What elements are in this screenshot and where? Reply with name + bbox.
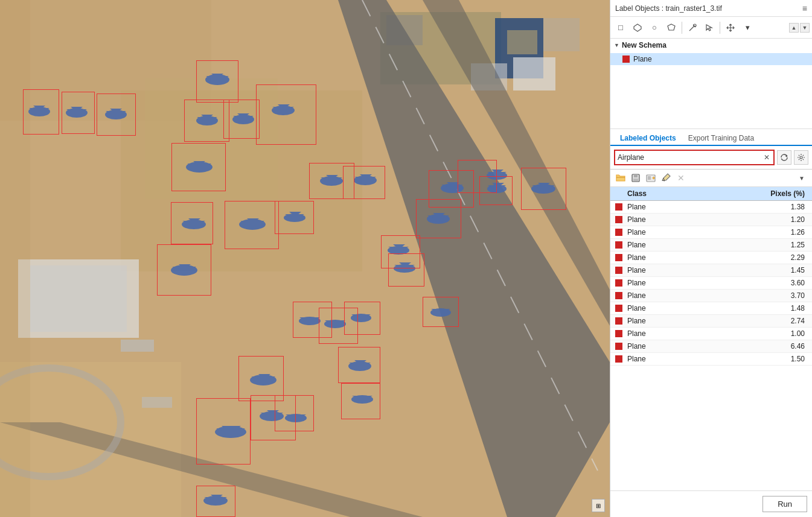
row-color-box bbox=[615, 355, 622, 363]
svg-rect-21 bbox=[0, 0, 30, 517]
table-row[interactable]: Plane 1.26 bbox=[610, 226, 812, 239]
polygon-tool-btn[interactable] bbox=[630, 20, 645, 36]
schema-title: New Schema bbox=[622, 41, 667, 49]
search-box-wrapper: ✕ bbox=[614, 150, 775, 165]
row-icon bbox=[615, 292, 627, 299]
map-area[interactable]: ⊞ bbox=[0, 0, 610, 517]
dropdown-tool-btn[interactable]: ▾ bbox=[740, 20, 755, 36]
magic-tool-btn[interactable] bbox=[685, 20, 700, 36]
row-class: Plane bbox=[627, 203, 762, 211]
edit-btn[interactable] bbox=[659, 171, 673, 185]
search-settings-btn[interactable] bbox=[794, 150, 808, 165]
svg-marker-125 bbox=[634, 24, 641, 31]
row-class: Plane bbox=[627, 304, 762, 312]
row-class: Plane bbox=[627, 291, 762, 300]
row-icon bbox=[615, 254, 627, 261]
schema-section: ▼ New Schema Plane bbox=[610, 39, 812, 129]
open-folder-btn[interactable] bbox=[614, 171, 627, 185]
run-area: Run bbox=[610, 490, 812, 517]
panel-title: Label Objects : train_raster1_3.tif bbox=[615, 4, 722, 13]
tab-row: Labeled Objects Export Training Data bbox=[610, 129, 812, 146]
table-row[interactable]: Plane 1.48 bbox=[610, 302, 812, 315]
schema-item-color-plane bbox=[622, 56, 630, 63]
circle-tool-btn[interactable]: ○ bbox=[647, 20, 662, 36]
row-color-box bbox=[615, 254, 622, 261]
panel-titlebar: Label Objects : train_raster1_3.tif ≡ bbox=[610, 0, 812, 17]
svg-marker-121 bbox=[223, 433, 238, 436]
table-header: Class Pixels (%) bbox=[610, 187, 812, 201]
right-panel: Label Objects : train_raster1_3.tif ≡ □ … bbox=[610, 0, 812, 517]
row-pixels: 3.70 bbox=[762, 291, 807, 300]
row-color-box bbox=[615, 343, 622, 350]
row-pixels: 1.38 bbox=[762, 203, 807, 211]
row-class: Plane bbox=[627, 253, 762, 262]
svg-rect-20 bbox=[145, 78, 278, 199]
row-icon bbox=[615, 216, 627, 223]
table-row[interactable]: Plane 2.29 bbox=[610, 252, 812, 264]
svg-marker-126 bbox=[668, 24, 675, 30]
row-color-box bbox=[615, 317, 622, 325]
table-row[interactable]: Plane 1.20 bbox=[610, 214, 812, 226]
svg-rect-8 bbox=[543, 18, 580, 51]
scroll-right-btn[interactable]: ▼ bbox=[795, 171, 808, 185]
scroll-up-btn[interactable]: ▲ bbox=[789, 23, 799, 33]
row-class: Plane bbox=[627, 241, 762, 249]
table-row[interactable]: Plane 1.38 bbox=[610, 201, 812, 214]
toolbar-separator-1 bbox=[682, 22, 682, 34]
table-col-class: Class bbox=[627, 189, 762, 198]
row-pixels: 2.74 bbox=[762, 317, 807, 325]
search-input[interactable] bbox=[618, 153, 762, 162]
schema-items: Plane bbox=[610, 52, 812, 66]
table-row[interactable]: Plane 2.74 bbox=[610, 315, 812, 328]
search-row: ✕ bbox=[610, 146, 812, 170]
search-clear-btn[interactable]: ✕ bbox=[762, 153, 771, 162]
action-toolbar: ✕ ▼ bbox=[610, 170, 812, 187]
rectangle-tool-btn[interactable]: □ bbox=[613, 20, 628, 36]
schema-header[interactable]: ▼ New Schema bbox=[610, 39, 812, 52]
row-color-box bbox=[615, 292, 622, 299]
panel-toolbar: □ ○ ▾ ▲ ▼ bbox=[610, 17, 812, 39]
export-btn[interactable] bbox=[644, 171, 657, 185]
tab-export-training[interactable]: Export Training Data bbox=[682, 132, 760, 146]
table-row[interactable]: Plane 1.45 bbox=[610, 264, 812, 277]
toolbar-separator-2 bbox=[720, 22, 720, 34]
row-class: Plane bbox=[627, 317, 762, 325]
svg-rect-9 bbox=[513, 57, 555, 90]
row-icon bbox=[615, 330, 627, 337]
delete-btn[interactable]: ✕ bbox=[674, 171, 688, 185]
row-icon bbox=[615, 343, 627, 350]
table-row[interactable]: Plane 1.50 bbox=[610, 353, 812, 366]
map-layout-icon[interactable]: ⊞ bbox=[592, 499, 605, 512]
row-pixels: 1.50 bbox=[762, 355, 807, 363]
schema-item-plane[interactable]: Plane bbox=[610, 53, 812, 65]
svg-marker-120 bbox=[222, 426, 241, 428]
table-row[interactable]: Plane 1.25 bbox=[610, 239, 812, 252]
tab-labeled-objects[interactable]: Labeled Objects bbox=[614, 132, 682, 146]
table-row[interactable]: Plane 3.60 bbox=[610, 277, 812, 290]
row-icon bbox=[615, 241, 627, 249]
row-color-box bbox=[615, 203, 622, 211]
search-refresh-btn[interactable] bbox=[777, 150, 791, 165]
row-class: Plane bbox=[627, 355, 762, 363]
row-icon bbox=[615, 203, 627, 211]
table-row[interactable]: Plane 6.46 bbox=[610, 340, 812, 353]
svg-rect-17 bbox=[30, 265, 127, 332]
table-row[interactable]: Plane 1.00 bbox=[610, 328, 812, 340]
row-class: Plane bbox=[627, 342, 762, 350]
move-tool-btn[interactable] bbox=[723, 20, 738, 36]
run-button[interactable]: Run bbox=[762, 496, 807, 512]
svg-rect-134 bbox=[648, 176, 651, 180]
bottom-section: Labeled Objects Export Training Data ✕ bbox=[610, 129, 812, 490]
select-tool-btn[interactable] bbox=[702, 20, 717, 36]
row-class: Plane bbox=[627, 266, 762, 274]
panel-menu-icon[interactable]: ≡ bbox=[802, 4, 807, 13]
save-btn[interactable] bbox=[629, 171, 642, 185]
table-row[interactable]: Plane 3.70 bbox=[610, 290, 812, 302]
row-icon bbox=[615, 305, 627, 312]
objects-table[interactable]: Class Pixels (%) Plane 1.38 Plane 1.20 P… bbox=[610, 187, 812, 490]
row-color-box bbox=[615, 279, 622, 287]
schema-item-label-plane: Plane bbox=[633, 55, 652, 63]
freehand-tool-btn[interactable] bbox=[663, 20, 679, 36]
table-col-icon bbox=[615, 189, 627, 198]
scroll-down-btn[interactable]: ▼ bbox=[800, 23, 810, 33]
